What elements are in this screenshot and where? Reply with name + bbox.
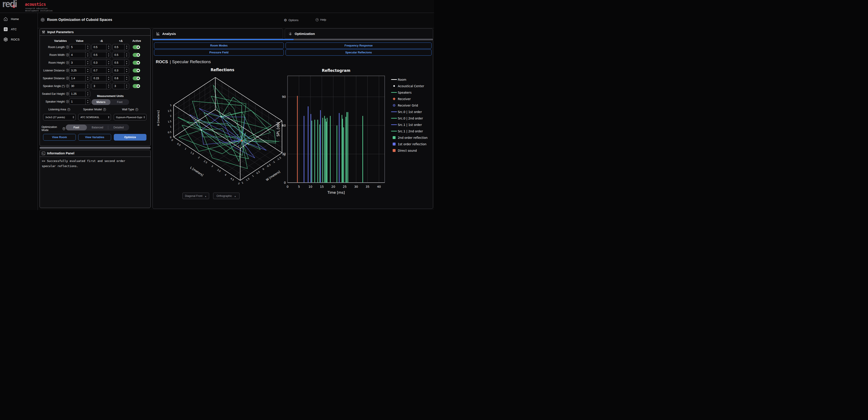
- optimization-icon: [288, 32, 292, 36]
- segment-option-detailed[interactable]: Detailed: [108, 124, 129, 130]
- value-input[interactable]: 3: [69, 60, 90, 66]
- active-toggle[interactable]: [133, 84, 140, 88]
- help-button[interactable]: ? Help: [315, 18, 326, 21]
- svg-text:2: 2: [169, 114, 172, 117]
- value-input[interactable]: 3.25: [69, 67, 90, 74]
- legend-marker-line: [390, 124, 398, 125]
- reflectogram-plot: Reflectogram05101520253035400306090Time …: [276, 67, 389, 196]
- help-icon[interactable]: ?: [66, 46, 69, 49]
- reflections-3d-canvas[interactable]: 00.511.522.5300.511.522.533.544.5521.510…: [154, 73, 291, 190]
- column-header-plus-delta: +Δ: [113, 39, 129, 43]
- parameter-row: Room Height?30.30.5: [40, 60, 150, 66]
- help-icon[interactable]: ?: [66, 85, 69, 87]
- sidebar-item-home[interactable]: Home: [0, 15, 37, 23]
- optimization-mode-toggle[interactable]: FastBalancedDetailed: [66, 124, 129, 131]
- segment-option-balanced[interactable]: Balanced: [87, 124, 108, 130]
- help-icon[interactable]: ?: [66, 77, 69, 80]
- value-input[interactable]: 5: [69, 44, 90, 50]
- segment-option-fast[interactable]: Fast: [66, 124, 87, 130]
- reflectogram-canvas[interactable]: Reflectogram05101520253035400306090Time …: [276, 67, 389, 196]
- sidebar: Home ATC ROCS: [0, 13, 37, 210]
- room-modes-button[interactable]: Room Modes: [154, 43, 284, 49]
- pressure-field-button[interactable]: Pressure Field: [154, 49, 284, 56]
- optimization-inactive-indicator[interactable]: [294, 39, 433, 40]
- help-icon[interactable]: ?: [66, 100, 69, 103]
- svg-text:3: 3: [169, 104, 172, 107]
- minus-delta-input[interactable]: 3: [92, 83, 111, 89]
- legend-item: Src.0 | 1st order: [390, 109, 434, 115]
- analysis-active-indicator[interactable]: [152, 39, 294, 40]
- svg-text:0: 0: [171, 139, 174, 142]
- view-variables-button[interactable]: View Variables: [78, 134, 111, 141]
- chevron-updown-icon: [142, 116, 146, 118]
- rocs-cube-icon: [3, 37, 8, 42]
- minus-delta-input[interactable]: 0.5: [92, 44, 111, 50]
- svg-text:10: 10: [308, 185, 312, 189]
- plus-delta-input[interactable]: 0.5: [113, 52, 129, 58]
- segment-option-meters[interactable]: Meters: [92, 99, 111, 105]
- legend-item: Src.1 | 2nd order: [390, 128, 434, 134]
- triangle-up-icon: [205, 194, 207, 198]
- parameter-label: Room Length: [40, 44, 65, 50]
- measurement-units-toggle[interactable]: MetersFeet: [92, 99, 129, 105]
- help-icon[interactable]: ?: [66, 69, 69, 72]
- view-angle-dropdown[interactable]: Diagonal Front: [182, 193, 209, 199]
- active-toggle[interactable]: [133, 68, 140, 73]
- active-toggle[interactable]: [133, 61, 140, 65]
- options-button[interactable]: Options: [284, 18, 299, 22]
- minus-delta-input[interactable]: 0.15: [92, 75, 111, 81]
- tab-optimization[interactable]: Optimization: [285, 28, 433, 39]
- minus-delta-input[interactable]: 0.7: [92, 67, 111, 74]
- svg-text:0: 0: [284, 181, 286, 185]
- frequency-response-button[interactable]: Frequency Response: [285, 43, 432, 49]
- help-icon: ?: [103, 108, 106, 111]
- sidebar-item-rocs[interactable]: ROCS: [0, 36, 37, 43]
- parameter-label: Listener Distance: [40, 67, 65, 74]
- results-panel: Room Modes Pressure Field Frequency Resp…: [152, 40, 433, 209]
- svg-text:Time [ms]: Time [ms]: [327, 191, 345, 195]
- plus-delta-input[interactable]: 0.3: [113, 67, 129, 74]
- segment-option-feet[interactable]: Feet: [111, 99, 129, 105]
- svg-text:4: 4: [224, 173, 227, 176]
- speaker-model-select[interactable]: ATC SCM50ASL: [78, 114, 111, 120]
- plus-delta-input[interactable]: 0.5: [113, 60, 129, 66]
- logo-tagline-2: development initiative: [25, 9, 53, 12]
- specular-reflections-button[interactable]: Specular Reflecions: [285, 49, 432, 56]
- parameter-label: Speaker Height: [40, 99, 65, 105]
- svg-text:0: 0: [287, 185, 289, 189]
- minus-delta-input[interactable]: 0.3: [92, 60, 111, 66]
- value-input[interactable]: 4: [69, 52, 90, 58]
- svg-text:-1: -1: [272, 160, 275, 164]
- help-icon[interactable]: ?: [66, 61, 69, 64]
- sidebar-item-atc[interactable]: ATC: [0, 25, 37, 33]
- help-icon[interactable]: ?: [66, 53, 69, 56]
- active-toggle[interactable]: [133, 53, 140, 57]
- help-icon[interactable]: ?: [66, 92, 69, 95]
- value-input[interactable]: 30: [69, 83, 90, 89]
- panel-resizer-handle[interactable]: [39, 147, 151, 148]
- parameter-row: Listener Distance?3.250.70.3: [40, 67, 150, 74]
- listening-area-select[interactable]: 3x3x3 (27 points): [43, 114, 75, 120]
- svg-text:2.5: 2.5: [167, 109, 172, 112]
- tab-analysis[interactable]: Analysis: [152, 28, 283, 39]
- minus-delta-input[interactable]: 0.5: [92, 52, 111, 58]
- plus-delta-input[interactable]: 0.5: [113, 44, 129, 50]
- value-input[interactable]: 1.4: [69, 75, 90, 81]
- plus-delta-input[interactable]: 0.6: [113, 75, 129, 81]
- optimize-button[interactable]: Optimize: [114, 134, 147, 141]
- active-toggle[interactable]: [133, 76, 140, 80]
- wall-type-select[interactable]: Gypsum-Plywood-Gypsum: [114, 114, 147, 120]
- view-room-button[interactable]: View Room: [43, 134, 76, 141]
- parameter-label: Room Width: [40, 52, 65, 58]
- projection-dropdown[interactable]: Orthographic: [213, 193, 240, 199]
- svg-text:1.5: 1.5: [245, 177, 250, 181]
- svg-text:30: 30: [354, 185, 358, 189]
- svg-text:0.5: 0.5: [167, 130, 172, 134]
- plus-delta-input[interactable]: 3: [113, 83, 129, 89]
- legend-marker-diamond: [390, 98, 398, 100]
- value-input[interactable]: 1: [69, 99, 90, 105]
- value-input[interactable]: 1.25: [69, 91, 90, 97]
- active-toggle[interactable]: [133, 45, 140, 49]
- legend-label: Src.1 | 2nd order: [398, 130, 423, 133]
- svg-text:15: 15: [320, 185, 324, 189]
